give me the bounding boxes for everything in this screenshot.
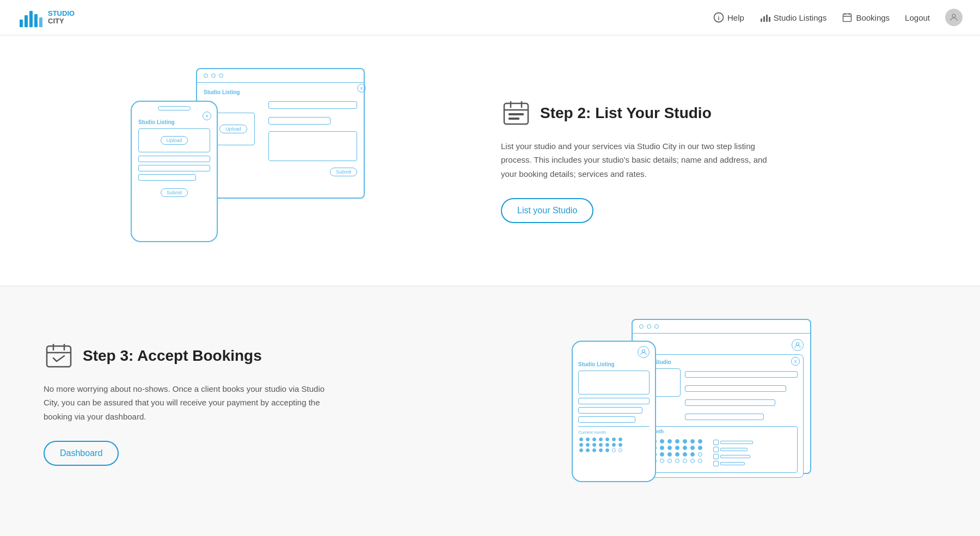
current-month-label: Current month: [578, 430, 650, 435]
logo[interactable]: STUDIO CITY: [17, 4, 75, 30]
svg-rect-21: [509, 118, 519, 120]
svg-point-27: [642, 350, 645, 353]
svg-rect-0: [20, 20, 23, 27]
browser-avatar: [792, 339, 804, 351]
dialog-close-icon: ×: [791, 357, 800, 366]
step3-content: Step 3: Accept Bookings No more worrying…: [44, 341, 327, 466]
step2-icon: [501, 98, 531, 128]
bookings-phone: Studio Listing Current month: [572, 341, 656, 482]
browser-studio-listing-label: Studio Listing: [204, 89, 357, 95]
my-studio-dialog: × My Studio: [639, 354, 804, 478]
bookings-link[interactable]: Bookings: [842, 12, 890, 23]
phone-avatar-icon: [640, 349, 647, 355]
svg-rect-2: [29, 11, 33, 27]
studio-listings-link[interactable]: Studio Listings: [759, 12, 827, 23]
my-studio-label: My Studio: [645, 359, 798, 365]
avatar-icon: [794, 342, 801, 348]
step3-description: No more worrying about no-shows. Once a …: [44, 382, 327, 424]
month-label: Month: [649, 429, 794, 434]
nav-links: i Help Studio Listings Bookings Logout: [713, 9, 963, 26]
logo-icon: [17, 4, 44, 30]
step2-section: × Studio Listing Upload: [0, 35, 980, 286]
phone-upload-btn: Upload: [161, 136, 188, 145]
bookings-wireframe: × My Studio: [572, 319, 866, 488]
info-icon: i: [713, 12, 724, 23]
svg-text:i: i: [718, 15, 719, 21]
month-calendar: Month: [645, 426, 798, 473]
svg-rect-22: [47, 346, 71, 367]
step3-illustration: × My Studio: [501, 319, 936, 488]
user-icon: [949, 13, 959, 22]
phone-studio-listing-label2: Studio Listing: [578, 361, 650, 367]
svg-rect-4: [39, 17, 42, 27]
logout-link[interactable]: Logout: [905, 13, 930, 22]
dashboard-button[interactable]: Dashboard: [44, 441, 119, 466]
svg-rect-11: [843, 14, 852, 22]
calendar-icon: [842, 12, 853, 23]
phone-close-icon: ×: [203, 112, 211, 120]
browser-submit-btn: Submit: [330, 168, 357, 176]
svg-rect-10: [769, 17, 770, 22]
browser-upload-btn: Upload: [219, 125, 247, 133]
svg-rect-20: [509, 113, 524, 115]
help-link[interactable]: i Help: [713, 12, 744, 23]
svg-rect-8: [763, 16, 765, 22]
svg-point-15: [952, 14, 955, 17]
svg-rect-1: [24, 15, 28, 27]
svg-point-26: [797, 343, 799, 346]
phone-submit-btn: Submit: [161, 188, 188, 197]
svg-rect-7: [761, 19, 762, 22]
step2-description: List your studio and your services via S…: [501, 139, 784, 181]
phone-avatar: [638, 346, 650, 358]
chart-icon: [759, 12, 770, 23]
step3-icon: [44, 341, 74, 371]
step3-title: Step 3: Accept Bookings: [83, 347, 262, 365]
svg-rect-9: [766, 15, 768, 22]
step2-content: Step 2: List Your Studio List your studi…: [501, 98, 784, 224]
step2-title: Step 2: List Your Studio: [540, 104, 712, 122]
svg-rect-3: [34, 14, 38, 27]
step2-illustration: × Studio Listing Upload: [44, 68, 479, 253]
avatar[interactable]: [945, 9, 963, 26]
close-icon: ×: [357, 84, 366, 93]
navbar: STUDIO CITY i Help Studio Listings: [0, 0, 980, 35]
phone-studio-listing-label: Studio Listing: [138, 119, 210, 125]
phone-wireframe: × Studio Listing Upload Submit: [131, 101, 218, 242]
step3-section: Step 3: Accept Bookings No more worrying…: [0, 286, 980, 520]
bookings-browser: × My Studio: [632, 319, 811, 474]
list-studio-button[interactable]: List your Studio: [501, 198, 593, 223]
browser-wireframe: × Studio Listing Upload: [196, 68, 365, 199]
